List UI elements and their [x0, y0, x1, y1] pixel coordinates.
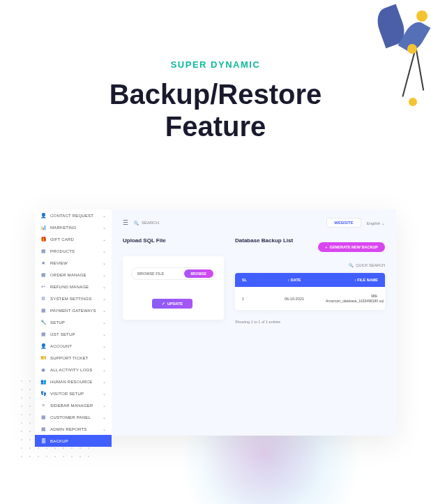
sidebar-icon: ▦: [40, 272, 46, 278]
sort-icon: ↕: [354, 278, 356, 282]
chevron-down-icon: ⌄: [103, 308, 106, 313]
chevron-down-icon: ⌄: [103, 272, 106, 277]
app-screenshot: 👤CONTACT REQUEST⌄📊MARKETING⌄🎁GIFT CARD⌄▦…: [35, 209, 396, 436]
chevron-down-icon: ⌄: [103, 403, 106, 408]
sidebar: 👤CONTACT REQUEST⌄📊MARKETING⌄🎁GIFT CARD⌄▦…: [35, 209, 112, 436]
sidebar-item-label: CUSTOMER PANEL: [50, 415, 103, 420]
col-date[interactable]: ↕ DATE: [263, 278, 326, 282]
backup-title: Database Backup List: [235, 237, 293, 244]
sidebar-icon: ▦: [40, 308, 46, 313]
sidebar-item-label: GST SETUP: [50, 332, 103, 336]
language-selector[interactable]: English ⌄: [367, 221, 385, 225]
col-sl[interactable]: SL: [242, 278, 263, 282]
sidebar-item-review[interactable]: ★REVIEW⌄: [35, 257, 112, 269]
sidebar-item-label: CONTACT REQUEST: [50, 214, 103, 218]
sidebar-icon: 🗄: [40, 438, 46, 444]
search-label: SEARCH: [142, 221, 159, 225]
chevron-down-icon: ⌄: [103, 225, 106, 230]
sidebar-icon: ◉: [40, 367, 46, 373]
sidebar-item-customer-panel[interactable]: ▦CUSTOMER PANEL⌄: [35, 411, 112, 423]
sidebar-item-setup[interactable]: 🔧SETUP⌄: [35, 316, 112, 328]
chevron-down-icon: ⌄: [381, 221, 385, 225]
sidebar-icon: ▦: [40, 249, 46, 254]
cell-sl: 1: [242, 297, 263, 301]
chevron-down-icon: ⌄: [103, 213, 106, 218]
cell-file: 989-Amazcart_database_1633498190.sql: [326, 294, 378, 303]
sidebar-item-gift-card[interactable]: 🎁GIFT CARD⌄: [35, 233, 112, 245]
sidebar-item-order-manage[interactable]: ▦ORDER MANAGE⌄: [35, 269, 112, 281]
sidebar-item-label: ALL ACTIVITY LOGS: [50, 368, 103, 372]
sidebar-item-label: ORDER MANAGE: [50, 273, 103, 277]
col-file[interactable]: ↕ FILE NAME: [326, 278, 378, 282]
cell-date: 06-10-2021: [263, 297, 326, 301]
sidebar-item-label: SUPPORT TICKET: [50, 356, 103, 360]
search-icon: 🔍: [134, 221, 139, 225]
sidebar-item-refund-manage[interactable]: ↩REFUND MANAGE⌄: [35, 281, 112, 292]
sidebar-item-system-settings[interactable]: ⚙SYSTEM SETTINGS⌄: [35, 292, 112, 304]
sidebar-item-marketing[interactable]: 📊MARKETING⌄: [35, 221, 112, 233]
sidebar-item-visitor-setup[interactable]: 👣VISITOR SETUP⌄: [35, 387, 112, 399]
sidebar-item-label: SIDEBAR MANAGER: [50, 403, 103, 408]
chevron-down-icon: ⌄: [103, 379, 106, 384]
sidebar-item-backup[interactable]: 🗄BACKUP: [35, 435, 112, 447]
sidebar-item-human-resource[interactable]: 👥HUMAN RESOURCE⌄: [35, 376, 112, 387]
sidebar-item-sidebar-manager[interactable]: ≡SIDEBAR MANAGER⌄: [35, 399, 112, 411]
sidebar-item-products[interactable]: ▦PRODUCTS⌄: [35, 245, 112, 257]
chevron-down-icon: ⌄: [103, 284, 106, 289]
upload-card: BROWSE FILE BROWSE ✓ UPDATE: [123, 256, 224, 320]
sidebar-item-admin-reports[interactable]: ▦ADMIN REPORTS⌄: [35, 423, 112, 435]
chevron-down-icon: ⌄: [103, 415, 106, 420]
sidebar-icon: 📊: [40, 225, 46, 230]
sidebar-item-label: BACKUP: [50, 439, 106, 443]
sidebar-item-support-ticket[interactable]: 🎫SUPPORT TICKET⌄: [35, 352, 112, 364]
hamburger-icon[interactable]: ☰: [123, 219, 128, 226]
entries-info: Showing 1 to 1 of 1 entries: [235, 320, 385, 324]
plus-icon: +: [325, 245, 327, 249]
sidebar-icon: ▦: [40, 427, 46, 432]
sidebar-icon: 👥: [40, 379, 46, 385]
chevron-down-icon: ⌄: [103, 296, 106, 301]
sidebar-item-all-activity-logs[interactable]: ◉ALL ACTIVITY LOGS⌄: [35, 364, 112, 376]
chevron-down-icon: ⌄: [103, 391, 106, 396]
topbar: ☰ 🔍 SEARCH WEBSITE English ⌄: [123, 218, 385, 228]
sidebar-item-label: REVIEW: [50, 261, 103, 265]
chevron-down-icon: ⌄: [103, 260, 106, 265]
main-content: ☰ 🔍 SEARCH WEBSITE English ⌄ Upload SQL …: [112, 209, 396, 436]
update-button[interactable]: ✓ UPDATE: [152, 299, 192, 309]
browse-button[interactable]: BROWSE: [184, 269, 214, 278]
search-input[interactable]: 🔍 SEARCH: [134, 221, 159, 225]
website-button[interactable]: WEBSITE: [326, 218, 361, 228]
sidebar-icon: 🎫: [40, 355, 46, 361]
chevron-down-icon: ⌄: [103, 237, 106, 242]
check-icon: ✓: [162, 302, 165, 306]
chevron-down-icon: ⌄: [103, 355, 106, 360]
sidebar-item-label: HUMAN RESOURCE: [50, 380, 103, 384]
sidebar-icon: 👣: [40, 391, 46, 396]
table-row[interactable]: 1 06-10-2021 989-Amazcart_database_16334…: [235, 287, 385, 310]
sidebar-item-label: REFUND MANAGE: [50, 285, 103, 289]
chevron-down-icon: ⌄: [103, 367, 106, 372]
quick-search[interactable]: 🔍 QUICK SEARCH: [235, 263, 385, 267]
sidebar-item-label: VISITOR SETUP: [50, 392, 103, 396]
chevron-down-icon: ⌄: [103, 343, 106, 348]
backup-panel: Database Backup List + GENERATE NEW BACK…: [235, 237, 385, 324]
sidebar-item-label: GIFT CARD: [50, 237, 103, 242]
file-input[interactable]: BROWSE FILE BROWSE: [131, 267, 216, 280]
sidebar-icon: ▦: [40, 415, 46, 420]
chevron-down-icon: ⌄: [103, 332, 106, 336]
upload-title: Upload SQL File: [123, 237, 224, 244]
search-icon: 🔍: [349, 263, 354, 267]
chevron-down-icon: ⌄: [103, 249, 106, 253]
page-header: SUPER DYNAMIC Backup/Restore Feature: [0, 0, 431, 142]
page-title: Backup/Restore Feature: [0, 78, 431, 142]
sidebar-item-gst-setup[interactable]: ▦GST SETUP⌄: [35, 328, 112, 340]
sidebar-item-label: PAYMENT GATEWAYS: [50, 309, 103, 313]
sidebar-item-contact-request[interactable]: 👤CONTACT REQUEST⌄: [35, 209, 112, 221]
sidebar-item-label: SYSTEM SETTINGS: [50, 297, 103, 301]
sidebar-icon: 🎁: [40, 237, 46, 242]
generate-backup-button[interactable]: + GENERATE NEW BACKUP: [318, 242, 385, 252]
sidebar-item-label: ACCOUNT: [50, 344, 103, 348]
sidebar-item-account[interactable]: 👤ACCOUNT⌄: [35, 340, 112, 352]
sidebar-icon: ≡: [40, 403, 46, 408]
sidebar-item-payment-gateways[interactable]: ▦PAYMENT GATEWAYS⌄: [35, 304, 112, 316]
